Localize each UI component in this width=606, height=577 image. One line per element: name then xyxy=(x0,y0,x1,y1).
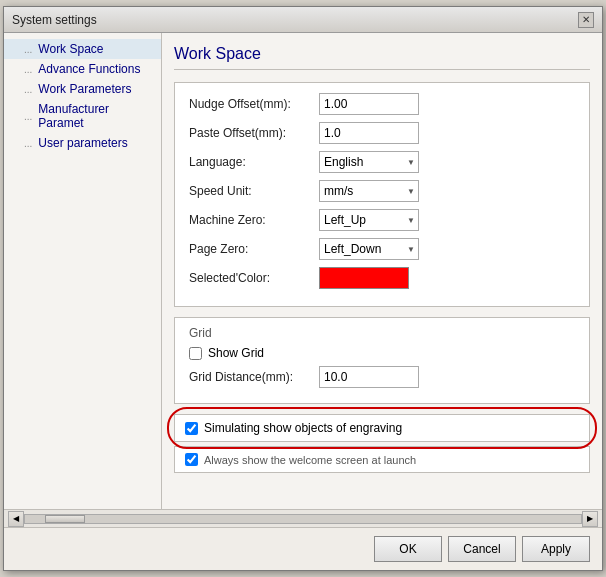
language-select-wrapper: English Chinese French German xyxy=(319,151,419,173)
sidebar-item-workspace[interactable]: Work Space xyxy=(4,39,161,59)
sidebar-item-manufacturer[interactable]: Manufacturer Paramet xyxy=(4,99,161,133)
sidebar-item-work-parameters[interactable]: Work Parameters xyxy=(4,79,161,99)
page-zero-select-wrapper: Left_Down Left_Up Right_Down Right_Up xyxy=(319,238,419,260)
scroll-right-arrow[interactable]: ▶ xyxy=(582,511,598,527)
bottom-section: Simulating show objects of engraving Alw… xyxy=(174,414,590,473)
scroll-track[interactable] xyxy=(24,514,582,524)
machine-zero-label: Machine Zero: xyxy=(189,213,319,227)
simulating-label: Simulating show objects of engraving xyxy=(204,421,402,435)
page-zero-label: Page Zero: xyxy=(189,242,319,256)
speed-unit-label: Speed Unit: xyxy=(189,184,319,198)
paste-offset-row: Paste Offset(mm): xyxy=(189,122,575,144)
machine-zero-select[interactable]: Left_Up Right_Up Left_Down Right_Down xyxy=(319,209,419,231)
language-select[interactable]: English Chinese French German xyxy=(319,151,419,173)
cancel-button[interactable]: Cancel xyxy=(448,536,516,562)
grid-panel: Grid Show Grid Grid Distance(mm): xyxy=(174,317,590,404)
selected-color-label: Selected'Color: xyxy=(189,271,319,285)
nudge-offset-input[interactable] xyxy=(319,93,419,115)
page-zero-select[interactable]: Left_Down Left_Up Right_Down Right_Up xyxy=(319,238,419,260)
page-zero-row: Page Zero: Left_Down Left_Up Right_Down … xyxy=(189,238,575,260)
simulating-row: Simulating show objects of engraving xyxy=(174,414,590,442)
title-bar: System settings ✕ xyxy=(4,7,602,33)
sidebar-item-user-parameters[interactable]: User parameters xyxy=(4,133,161,153)
footer: OK Cancel Apply xyxy=(4,527,602,570)
apply-button[interactable]: Apply xyxy=(522,536,590,562)
nudge-offset-row: Nudge Offset(mm): xyxy=(189,93,575,115)
selected-color-row: Selected'Color: xyxy=(189,267,575,289)
sidebar-item-advance-functions[interactable]: Advance Functions xyxy=(4,59,161,79)
system-settings-window: System settings ✕ Work Space Advance Fun… xyxy=(3,6,603,571)
grid-distance-label: Grid Distance(mm): xyxy=(189,370,319,384)
sidebar-label-work-params: Work Parameters xyxy=(38,82,131,96)
page-title: Work Space xyxy=(174,45,590,70)
language-label: Language: xyxy=(189,155,319,169)
show-grid-checkbox[interactable] xyxy=(189,347,202,360)
scrollbar-area: ◀ ▶ xyxy=(4,509,602,527)
simulating-checkbox[interactable] xyxy=(185,422,198,435)
grid-distance-row: Grid Distance(mm): xyxy=(189,366,575,388)
main-content: Work Space Nudge Offset(mm): Paste Offse… xyxy=(162,33,602,509)
sidebar-label-manufacturer: Manufacturer Paramet xyxy=(38,102,153,130)
sidebar: Work Space Advance Functions Work Parame… xyxy=(4,33,162,509)
welcome-row: Always show the welcome screen at launch xyxy=(174,446,590,473)
welcome-checkbox[interactable] xyxy=(185,453,198,466)
language-row: Language: English Chinese French German xyxy=(189,151,575,173)
show-grid-label: Show Grid xyxy=(208,346,264,360)
sidebar-label-user-params: User parameters xyxy=(38,136,127,150)
welcome-label: Always show the welcome screen at launch xyxy=(204,454,416,466)
scroll-thumb[interactable] xyxy=(45,515,85,523)
paste-offset-label: Paste Offset(mm): xyxy=(189,126,319,140)
nudge-offset-label: Nudge Offset(mm): xyxy=(189,97,319,111)
close-button[interactable]: ✕ xyxy=(578,12,594,28)
sidebar-label-workspace: Work Space xyxy=(38,42,103,56)
selected-color-swatch[interactable] xyxy=(319,267,409,289)
speed-select-wrapper: mm/s in/s xyxy=(319,180,419,202)
grid-panel-title: Grid xyxy=(189,326,575,340)
paste-offset-input[interactable] xyxy=(319,122,419,144)
settings-form-panel: Nudge Offset(mm): Paste Offset(mm): Lang… xyxy=(174,82,590,307)
window-body: Work Space Advance Functions Work Parame… xyxy=(4,33,602,509)
scroll-left-arrow[interactable]: ◀ xyxy=(8,511,24,527)
speed-unit-select[interactable]: mm/s in/s xyxy=(319,180,419,202)
machine-zero-select-wrapper: Left_Up Right_Up Left_Down Right_Down xyxy=(319,209,419,231)
speed-unit-row: Speed Unit: mm/s in/s xyxy=(189,180,575,202)
machine-zero-row: Machine Zero: Left_Up Right_Up Left_Down… xyxy=(189,209,575,231)
window-title: System settings xyxy=(12,13,97,27)
sidebar-label-advance: Advance Functions xyxy=(38,62,140,76)
ok-button[interactable]: OK xyxy=(374,536,442,562)
grid-distance-input[interactable] xyxy=(319,366,419,388)
show-grid-row: Show Grid xyxy=(189,346,575,360)
